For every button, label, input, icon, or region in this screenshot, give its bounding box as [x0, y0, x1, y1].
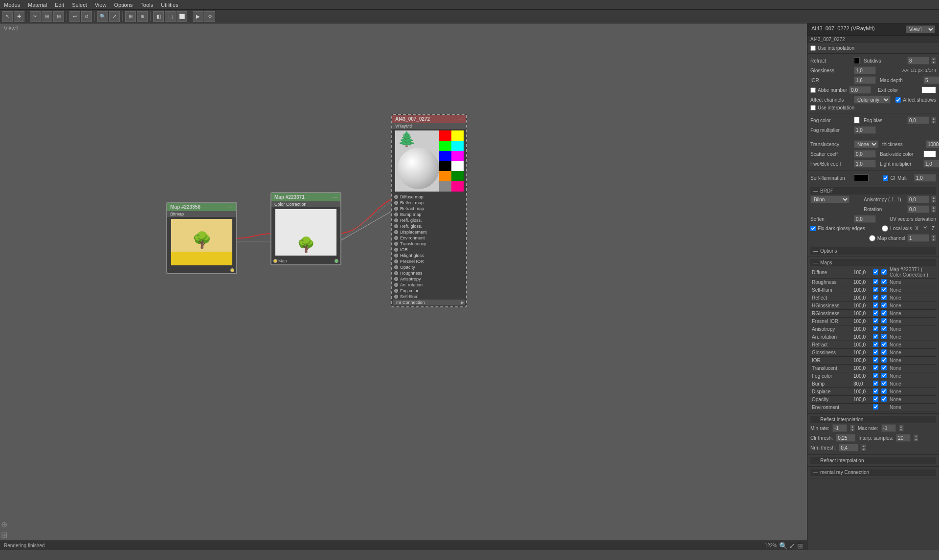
map-channel-radio[interactable] — [869, 235, 875, 241]
table-row[interactable]: Environment None — [810, 404, 936, 411]
node-bitmap-close[interactable]: — — [228, 204, 233, 210]
map-value-anisotropy[interactable]: 100,0 — [852, 325, 872, 333]
map-value-diffuse[interactable]: 100,0 — [852, 266, 872, 279]
map-value-hglossiness[interactable]: 100,0 — [852, 302, 872, 310]
table-row[interactable]: RGlossiness 100,0 None — [810, 310, 936, 318]
min-rate-down[interactable]: ▼ — [850, 428, 855, 431]
table-row[interactable]: Refract 100,0 None — [810, 341, 936, 349]
map-channel-down[interactable]: ▼ — [931, 238, 936, 241]
vray-port-roughness[interactable]: Roughness — [393, 270, 465, 276]
menu-utilities[interactable]: Utilities — [157, 1, 182, 9]
toolbar-btn-render[interactable]: ▶ — [193, 11, 203, 22]
menu-view[interactable]: View — [91, 1, 111, 9]
map-slot-selfillum[interactable]: None — [888, 286, 936, 294]
map-slot-environment[interactable]: None — [888, 404, 936, 411]
vray-port-roughness-dot[interactable] — [394, 271, 398, 275]
map-check-reflect[interactable] — [873, 295, 878, 300]
use-interpolation-checkbox[interactable] — [810, 45, 816, 51]
map-slot-fresnelior[interactable]: None — [888, 318, 936, 325]
map-slot-bump[interactable]: None — [888, 380, 936, 388]
table-row[interactable]: Bump 30,0 None — [810, 380, 936, 388]
menu-options[interactable]: Options — [110, 1, 136, 9]
map-check-diffuse[interactable] — [873, 269, 878, 275]
map-value-ior[interactable]: 100,0 — [852, 357, 872, 365]
map-value-fogcolor[interactable]: 100,0 — [852, 372, 872, 380]
map-slot-glossiness[interactable]: None — [888, 349, 936, 357]
menu-tools[interactable]: Tools — [136, 1, 157, 9]
map-m-roughness[interactable] — [881, 279, 887, 284]
vray-port-diffuse-dot[interactable] — [394, 195, 398, 199]
vray-port-an-rotation[interactable]: An. rotation — [393, 282, 465, 288]
map-check-roughness[interactable] — [873, 279, 878, 284]
vray-port-hilight[interactable]: Hilight gloss — [393, 253, 465, 258]
map-check-ior[interactable] — [873, 357, 878, 363]
table-row[interactable]: Opacity 100,0 None — [810, 396, 936, 404]
table-row[interactable]: Fresnel IOR 100,0 None — [810, 318, 936, 325]
map-value-opacity[interactable]: 100,0 — [852, 396, 872, 404]
node-bitmap[interactable]: Map #223358 — Bitmap 🌳 — [166, 202, 237, 274]
vray-port-environment-dot[interactable] — [394, 236, 398, 240]
max-rate-spinner[interactable]: ▲ ▼ — [899, 425, 904, 431]
vray-port-fog-color[interactable]: Fog color — [393, 288, 465, 294]
table-row[interactable]: Anisotropy 100,0 None — [810, 325, 936, 333]
map-check-anrotation[interactable] — [873, 334, 878, 339]
vray-port-fresnel-ior[interactable]: Fresnel IOR — [393, 258, 465, 264]
nrm-thresh-spinner[interactable]: ▲ ▼ — [861, 444, 866, 451]
self-illum-color-swatch[interactable] — [854, 174, 869, 181]
fog-color-swatch[interactable] — [854, 117, 860, 124]
vray-port-an-rotation-dot[interactable] — [394, 283, 398, 287]
map-slot-opacity[interactable]: None — [888, 396, 936, 404]
map-m-anisotropy[interactable] — [881, 326, 887, 331]
interp-samples-up[interactable]: ▲ — [914, 434, 918, 438]
menu-material[interactable]: Material — [24, 1, 51, 9]
map-m-fresnelior[interactable] — [881, 318, 887, 323]
vray-port-displacement-dot[interactable] — [394, 230, 398, 234]
map-check-opacity[interactable] — [873, 396, 878, 402]
reflect-interp-header[interactable]: — Reflect interpolation — [810, 416, 936, 423]
map-channel-up[interactable]: ▲ — [931, 235, 936, 238]
node-bitmap-output-port[interactable] — [230, 268, 234, 272]
back-side-color-swatch[interactable] — [923, 151, 936, 157]
vray-port-bump-dot[interactable] — [394, 213, 398, 216]
toolbar-btn-move[interactable]: ✚ — [14, 11, 24, 22]
toolbar-btn-grid[interactable]: ⊞ — [125, 11, 136, 22]
map-slot-ior[interactable]: None — [888, 357, 936, 365]
light-multiplier-input[interactable] — [923, 160, 939, 168]
toolbar-btn-arrow[interactable]: ↖ — [2, 11, 13, 22]
vray-port-refr-gloss-dot[interactable] — [394, 224, 398, 228]
fog-bias-spinner[interactable]: ▲ ▼ — [931, 117, 936, 124]
subdivs-up[interactable]: ▲ — [931, 57, 936, 61]
vray-port-anisotropy-dot[interactable] — [394, 277, 398, 281]
clr-thresh-input[interactable] — [836, 434, 855, 442]
table-row[interactable]: Translucent 100,0 None — [810, 365, 936, 372]
vray-port-self-illum[interactable]: Self-Illum — [393, 294, 465, 300]
menu-edit[interactable]: Edit — [51, 1, 68, 9]
refract-interp-header[interactable]: — Refract interpolation — [810, 457, 936, 464]
zoom-icon[interactable]: 🔍 — [779, 542, 787, 550]
map-m-opacity[interactable] — [881, 396, 887, 402]
map-slot-anisotropy[interactable]: None — [888, 325, 936, 333]
subdivs-down[interactable]: ▼ — [931, 61, 936, 64]
map-m-hglossiness[interactable] — [881, 302, 887, 308]
node-color-input-port[interactable] — [273, 259, 277, 263]
map-check-displace[interactable] — [873, 388, 878, 394]
map-value-bump[interactable]: 30,0 — [852, 380, 872, 388]
vray-port-refr-gloss[interactable]: Refr. gloss. — [393, 223, 465, 229]
rotation-input[interactable] — [907, 205, 929, 213]
nrm-thresh-up[interactable]: ▲ — [861, 444, 866, 448]
map-m-anrotation[interactable] — [881, 334, 887, 339]
map-slot-hglossiness[interactable]: None — [888, 302, 936, 310]
vray-port-refl-gloss[interactable]: Refl. gloss. — [393, 217, 465, 223]
vray-port-refl-gloss-dot[interactable] — [394, 218, 398, 222]
canvas-area[interactable]: Map #223358 — Bitmap 🌳 Map #223371 — [0, 23, 807, 540]
map-check-translucent[interactable] — [873, 365, 878, 370]
toolbar-btn-fit[interactable]: ⤢ — [109, 11, 120, 22]
vray-port-diffuse[interactable]: Diffuse map — [393, 194, 465, 200]
map-m-displace[interactable] — [881, 388, 887, 394]
map-slot-anrotation[interactable]: None — [888, 333, 936, 341]
viewport[interactable]: View1 Map #223358 — Bitma — [0, 23, 807, 550]
map-m-refract[interactable] — [881, 342, 887, 347]
axis-x[interactable]: X — [916, 226, 919, 231]
node-vray-close[interactable]: — — [458, 116, 463, 122]
map-check-fresnelior[interactable] — [873, 318, 878, 323]
